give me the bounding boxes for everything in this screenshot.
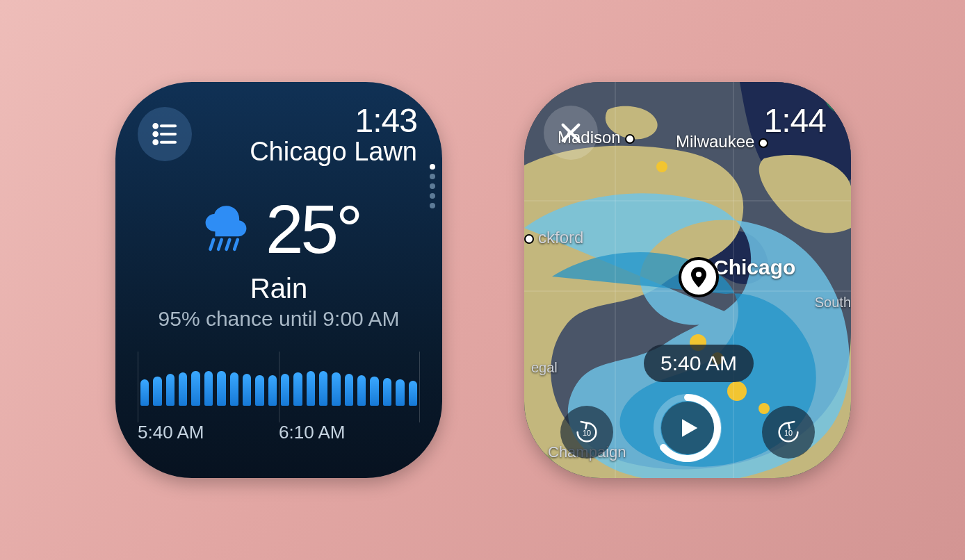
precip-bar — [319, 371, 327, 406]
svg-point-14 — [759, 403, 770, 414]
precip-bar — [140, 379, 149, 406]
precip-bar — [166, 374, 175, 406]
precip-bar — [255, 375, 263, 406]
precip-bar — [217, 371, 225, 406]
close-icon — [559, 121, 583, 145]
svg-line-7 — [218, 239, 222, 249]
current-conditions: 25° Rain 95% chance until 9:00 AM — [115, 190, 442, 331]
precip-bar — [243, 374, 251, 406]
svg-point-13 — [727, 381, 747, 401]
svg-line-8 — [227, 239, 230, 249]
city-egal: egal — [531, 360, 558, 376]
clock-time: 1:44 — [764, 101, 826, 140]
precip-bar — [383, 378, 391, 406]
minute-precip-graph[interactable]: 5:40 AM 6:10 AM — [138, 360, 420, 443]
watch-weather-summary: 1:43 Chicago Lawn 25° Rain 95% chance un… — [115, 82, 442, 478]
svg-line-6 — [210, 239, 213, 249]
precip-bar — [345, 374, 353, 406]
current-location-pin[interactable] — [679, 257, 719, 297]
precip-bar — [268, 375, 277, 406]
svg-point-0 — [154, 124, 157, 128]
precip-bar — [293, 372, 302, 406]
play-icon — [674, 415, 701, 441]
precip-bar — [332, 372, 340, 406]
precip-bar — [153, 377, 161, 406]
city-south: South — [815, 295, 851, 311]
temperature: 25° — [266, 190, 360, 269]
play-button[interactable] — [653, 393, 722, 463]
rain-icon — [197, 204, 249, 256]
watch-radar-map[interactable]: Madison Milwaukee ckford Chicago South e… — [524, 82, 851, 478]
stage: 1:43 Chicago Lawn 25° Rain 95% chance un… — [0, 0, 965, 560]
skip-forward-10-icon: 10 — [775, 418, 802, 446]
precip-bar — [357, 375, 366, 406]
skip-back-button[interactable]: 10 — [560, 406, 613, 459]
skip-forward-button[interactable]: 10 — [762, 406, 815, 459]
precip-bar — [179, 372, 187, 406]
skip-back-10-icon: 10 — [573, 418, 601, 446]
clock-time: 1:43 — [250, 101, 417, 140]
condition-label: Rain — [115, 273, 442, 304]
precip-bar — [409, 381, 417, 406]
city-chicago: Chicago — [713, 256, 795, 279]
city-rockford: ckford — [524, 228, 583, 247]
list-icon — [151, 120, 179, 148]
precip-bar — [204, 371, 213, 406]
locations-list-button[interactable] — [138, 107, 192, 161]
axis-label-mid: 6:10 AM — [279, 422, 345, 443]
precip-bar — [281, 374, 289, 406]
svg-point-2 — [154, 133, 157, 136]
radar-timestamp-chip: 5:40 AM — [644, 345, 754, 382]
header: 1:43 Chicago Lawn — [250, 101, 417, 167]
precip-bar — [396, 379, 404, 406]
precip-bar — [370, 377, 378, 406]
precip-bar — [191, 371, 200, 406]
svg-point-15 — [656, 161, 667, 172]
svg-text:10: 10 — [784, 429, 793, 437]
axis-label-start: 5:40 AM — [138, 422, 204, 443]
svg-point-4 — [154, 140, 157, 144]
city-milwaukee: Milwaukee — [676, 132, 768, 151]
precip-bar — [230, 372, 238, 406]
map-pin-icon — [691, 267, 706, 288]
svg-line-9 — [234, 239, 238, 249]
location-name: Chicago Lawn — [250, 137, 417, 167]
svg-text:10: 10 — [583, 429, 591, 437]
close-button[interactable] — [544, 106, 598, 160]
precip-bar — [307, 371, 315, 406]
precip-chance: 95% chance until 9:00 AM — [115, 307, 442, 331]
